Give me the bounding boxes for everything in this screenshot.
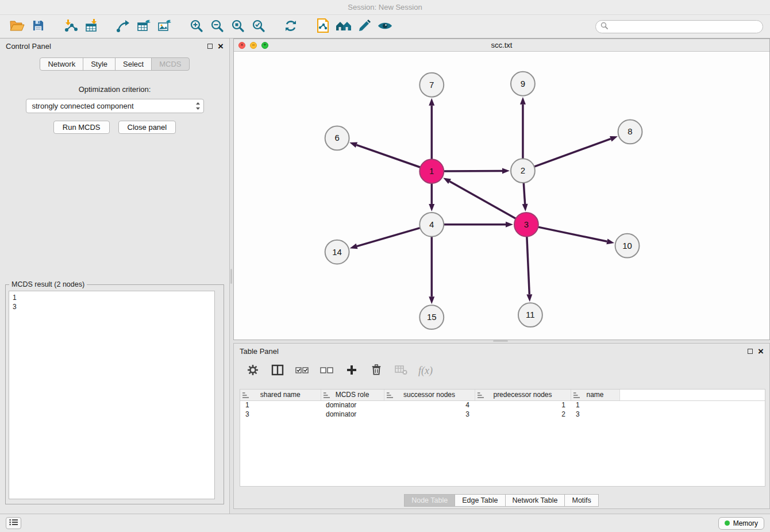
save-session-button[interactable] — [28, 17, 48, 36]
zoom-in-button[interactable] — [186, 17, 207, 36]
save-icon — [32, 20, 44, 33]
column-header-successor-nodes[interactable]: successor nodes — [384, 390, 475, 400]
network-overview-button[interactable] — [333, 17, 354, 36]
show-columns-button[interactable] — [270, 363, 285, 379]
column-header-label: name — [586, 391, 603, 399]
list-icon — [9, 519, 18, 527]
table-cell-filler — [619, 400, 765, 410]
search-field[interactable] — [595, 20, 763, 33]
network-window-titlebar: scc.txt × − + — [234, 39, 769, 52]
table-settings-button[interactable] — [245, 363, 260, 379]
network-canvas[interactable]: 7968124314101511 — [234, 52, 769, 340]
float-table-panel-button[interactable] — [748, 349, 753, 354]
table-cell: 4 — [384, 400, 475, 410]
table-cell: dominator — [321, 400, 384, 410]
table-cell: 1 — [571, 400, 619, 410]
graph-edge-4-15[interactable] — [429, 237, 434, 304]
refresh-button[interactable] — [280, 17, 301, 36]
graph-edge-1-2[interactable] — [444, 168, 510, 174]
tab-mcds[interactable]: MCDS — [151, 57, 189, 71]
export-table-button[interactable] — [133, 17, 154, 36]
graph-edge-4-3[interactable] — [444, 222, 513, 228]
minimize-window-button[interactable]: − — [250, 42, 257, 49]
graph-edge-3-10[interactable] — [538, 227, 614, 244]
tab-style[interactable]: Style — [83, 57, 116, 71]
table-splitter-handle[interactable] — [493, 340, 508, 342]
zoom-selected-button[interactable] — [248, 17, 269, 36]
graph-node-label: 3 — [524, 219, 529, 229]
graph-node-label: 11 — [526, 310, 535, 319]
graph-edge-3-11[interactable] — [526, 237, 532, 302]
table-panel-close-icon[interactable]: × — [758, 346, 764, 356]
graph-node-label: 9 — [521, 79, 525, 88]
column-sort-icon — [324, 392, 330, 400]
tab-select[interactable]: Select — [115, 57, 152, 71]
zoom-out-button[interactable] — [207, 17, 228, 36]
node-table: shared nameMCDS rolesuccessor nodesprede… — [240, 389, 765, 487]
network-file-button[interactable] — [313, 17, 333, 36]
network-window-title: scc.txt — [234, 41, 769, 49]
panel-splitter-handle[interactable] — [230, 269, 232, 284]
column-header-MCDS-role[interactable]: MCDS role — [321, 390, 384, 400]
mcds-result-list[interactable]: 13 — [9, 291, 215, 499]
run-mcds-button[interactable]: Run MCDS — [53, 121, 110, 134]
graph-edge-1-4[interactable] — [429, 183, 434, 211]
tab-edge-table[interactable]: Edge Table — [455, 494, 505, 507]
delete-column-button[interactable] — [369, 363, 384, 379]
mcds-buttons: Run MCDS Close panel — [0, 121, 229, 134]
import-network-button[interactable] — [60, 17, 80, 36]
graph-edge-1-6[interactable] — [349, 142, 420, 168]
column-header-shared-name[interactable]: shared name — [240, 390, 321, 400]
table-tabs: Node TableEdge TableNetwork TableMotifs — [234, 494, 769, 507]
table-row[interactable]: 3dominator323 — [240, 410, 765, 419]
apply-style-button[interactable] — [354, 17, 375, 36]
graph-edge-1-7[interactable] — [429, 98, 434, 160]
column-header-name[interactable]: name — [571, 390, 619, 400]
export-image-button[interactable] — [154, 17, 175, 36]
window-titlebar: Session: New Session — [0, 0, 770, 15]
graph-edge-2-9[interactable] — [520, 97, 526, 159]
eye-icon — [378, 21, 392, 33]
maximize-window-button[interactable]: + — [261, 42, 268, 49]
control-panel-tabs: NetworkStyleSelectMCDS — [0, 57, 229, 71]
graph-edge-2-8[interactable] — [534, 136, 618, 167]
column-header-label: predecessor nodes — [493, 391, 552, 399]
graph-edge-3-1[interactable] — [443, 178, 515, 218]
delete-table-button[interactable] — [394, 363, 409, 379]
close-window-button[interactable]: × — [238, 42, 245, 49]
export-table-icon — [137, 19, 151, 34]
zoom-in-icon — [190, 19, 203, 34]
column-sort-icon — [478, 392, 484, 400]
export-image-icon — [157, 19, 171, 34]
unselect-all-button[interactable] — [319, 363, 334, 379]
criterion-value: strongly connected component — [32, 102, 134, 110]
open-file-button[interactable] — [7, 17, 28, 36]
control-panel-close-icon[interactable]: × — [218, 41, 224, 51]
export-network-button[interactable] — [113, 17, 133, 36]
float-control-panel-button[interactable] — [207, 44, 213, 49]
import-table-button[interactable] — [80, 17, 101, 36]
table-cell: dominator — [321, 410, 384, 419]
function-builder-button[interactable]: f(x) — [418, 365, 433, 377]
graph-edge-2-3[interactable] — [522, 183, 528, 211]
memory-button[interactable]: Memory — [718, 517, 764, 530]
criterion-select[interactable]: strongly connected component — [26, 99, 204, 113]
network-graph: 7968124314101511 — [234, 52, 769, 340]
graph-edge-4-14[interactable] — [350, 228, 420, 249]
graph-node-label: 8 — [627, 126, 632, 136]
graph-node-label: 4 — [429, 219, 434, 229]
add-column-button[interactable] — [344, 363, 359, 379]
search-input[interactable] — [611, 22, 758, 30]
table-row[interactable]: 1dominator411 — [240, 400, 765, 410]
tab-network[interactable]: Network — [40, 57, 83, 71]
close-panel-button[interactable]: Close panel — [118, 121, 176, 134]
paintbrush-icon — [357, 19, 371, 34]
select-all-button[interactable] — [295, 363, 310, 379]
column-header-predecessor-nodes[interactable]: predecessor nodes — [475, 390, 571, 400]
tab-node-table[interactable]: Node Table — [404, 494, 455, 507]
zoom-fit-button[interactable] — [228, 17, 248, 36]
tab-motifs[interactable]: Motifs — [564, 494, 598, 507]
tab-network-table[interactable]: Network Table — [505, 494, 565, 507]
command-panel-button[interactable] — [6, 517, 21, 529]
show-hide-button[interactable] — [375, 17, 395, 36]
